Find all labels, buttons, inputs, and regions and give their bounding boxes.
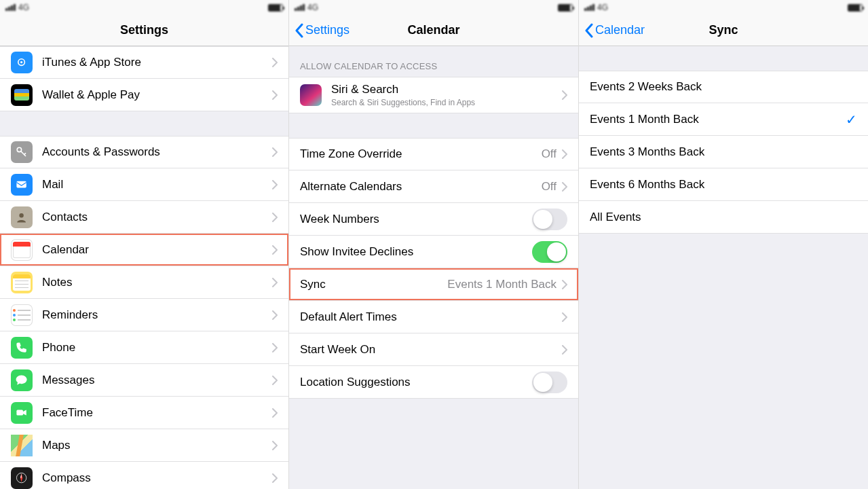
wallet-icon (11, 84, 33, 106)
chevron-right-icon (562, 280, 567, 289)
row-label: Wallet & Apple Pay (42, 88, 272, 102)
row-label: Messages (42, 374, 272, 387)
calendar-row-tz[interactable]: Time Zone OverrideOff (289, 138, 578, 170)
chevron-right-icon (272, 147, 278, 157)
section-header: ALLOW CALENDAR TO ACCESS (289, 46, 578, 77)
status-bar: 4G (0, 0, 288, 15)
back-button[interactable]: Calendar (584, 23, 645, 38)
chevron-right-icon (562, 312, 567, 322)
svg-point-1 (20, 61, 22, 63)
sync-option[interactable]: Events 6 Months Back (579, 168, 868, 201)
accounts-icon (11, 141, 33, 163)
settings-row-facetime[interactable]: FaceTime (0, 397, 288, 429)
chevron-right-icon (272, 441, 278, 450)
settings-row-compass[interactable]: Compass (0, 462, 288, 489)
chevron-right-icon (562, 345, 567, 355)
itunes-icon (11, 52, 33, 73)
network-label: 4G (307, 3, 318, 12)
sync-panel: 4G Calendar Sync Events 2 Weeks BackEven… (579, 0, 868, 489)
nav-bar: Calendar Sync (579, 15, 868, 46)
reminders-icon (11, 304, 33, 326)
row-label: Notes (42, 276, 272, 289)
row-label: Time Zone Override (300, 147, 542, 161)
settings-row-accounts[interactable]: Accounts & Passwords (0, 136, 288, 168)
calendar-row-inv[interactable]: Show Invitee Declines (289, 236, 578, 268)
chevron-right-icon (272, 408, 278, 418)
back-button[interactable]: Settings (295, 23, 350, 38)
sync-option[interactable]: Events 3 Months Back (579, 136, 868, 168)
siri-icon (300, 84, 322, 106)
row-sub: Search & Siri Suggestions, Find in Apps (331, 98, 562, 107)
settings-row-maps[interactable]: Maps (0, 429, 288, 462)
calendar-row-sync[interactable]: SyncEvents 1 Month Back (289, 268, 578, 301)
signal-icon (584, 4, 595, 11)
settings-row-contacts[interactable]: Contacts (0, 201, 288, 234)
siri-search-row[interactable]: Siri & Search Search & Siri Suggestions,… (289, 77, 578, 113)
chevron-right-icon (272, 213, 278, 222)
row-label: Accounts & Passwords (42, 145, 272, 159)
page-title: Calendar (407, 23, 459, 37)
row-label: Maps (42, 439, 272, 452)
settings-row-reminders[interactable]: Reminders (0, 299, 288, 331)
row-label: Start Week On (300, 343, 562, 357)
row-label: Compass (42, 471, 272, 485)
option-label: All Events (590, 211, 857, 224)
sync-option[interactable]: Events 1 Month Back✓ (579, 103, 868, 136)
toggle[interactable] (532, 372, 567, 393)
row-label: FaceTime (42, 406, 272, 420)
settings-row-calendar[interactable]: Calendar (0, 234, 288, 266)
chevron-left-icon (584, 23, 594, 38)
battery-icon (268, 4, 283, 12)
chevron-right-icon (272, 473, 278, 483)
nav-bar: Settings Calendar (289, 15, 578, 46)
calendar-row-loc[interactable]: Location Suggestions (289, 366, 578, 399)
settings-row-messages[interactable]: Messages (0, 364, 288, 397)
facetime-icon (11, 402, 33, 424)
phone-icon (11, 337, 33, 359)
row-label: iTunes & App Store (42, 56, 272, 69)
network-label: 4G (597, 3, 608, 12)
settings-row-itunes[interactable]: iTunes & App Store (0, 46, 288, 79)
signal-icon (295, 4, 305, 11)
row-label: Siri & Search (331, 83, 562, 96)
sync-option[interactable]: All Events (579, 201, 868, 234)
row-label: Contacts (42, 211, 272, 224)
svg-rect-3 (17, 181, 26, 188)
settings-row-phone[interactable]: Phone (0, 331, 288, 364)
row-label: Location Suggestions (300, 376, 532, 389)
row-value: Off (542, 147, 556, 161)
back-label: Calendar (595, 23, 645, 37)
row-label: Phone (42, 341, 272, 355)
contacts-icon (11, 206, 33, 228)
network-label: 4G (18, 3, 29, 12)
calendar-row-start[interactable]: Start Week On (289, 333, 578, 366)
row-value: Events 1 Month Back (447, 278, 556, 291)
toggle[interactable] (532, 241, 567, 263)
chevron-right-icon (562, 90, 567, 100)
chevron-right-icon (272, 310, 278, 320)
chevron-right-icon (272, 278, 278, 287)
chevron-right-icon (272, 343, 278, 352)
sync-option[interactable]: Events 2 Weeks Back (579, 71, 868, 103)
calendar-row-alt[interactable]: Alternate CalendarsOff (289, 170, 578, 203)
compass-icon (11, 467, 33, 489)
row-label: Mail (42, 178, 272, 192)
mail-icon (11, 174, 33, 196)
settings-row-notes[interactable]: Notes (0, 266, 288, 299)
chevron-right-icon (272, 376, 278, 385)
chevron-right-icon (272, 90, 278, 100)
status-bar: 4G (579, 0, 868, 15)
option-label: Events 3 Months Back (590, 145, 857, 159)
option-label: Events 1 Month Back (590, 113, 846, 126)
toggle[interactable] (532, 209, 567, 230)
row-label: Alternate Calendars (300, 180, 542, 194)
settings-row-wallet[interactable]: Wallet & Apple Pay (0, 79, 288, 111)
svg-point-2 (18, 148, 22, 152)
calendar-row-week[interactable]: Week Numbers (289, 203, 578, 236)
settings-row-mail[interactable]: Mail (0, 168, 288, 201)
page-title: Sync (709, 23, 738, 37)
status-bar: 4G (289, 0, 578, 15)
row-label: Week Numbers (300, 213, 532, 226)
calendar-row-alert[interactable]: Default Alert Times (289, 301, 578, 333)
messages-icon (11, 369, 33, 391)
